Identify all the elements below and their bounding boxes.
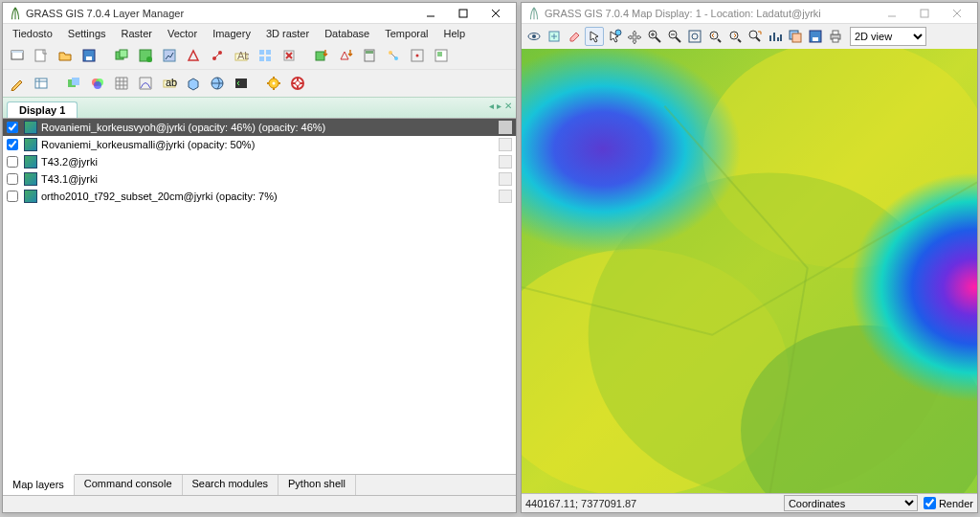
add-rgb-icon[interactable]	[87, 73, 108, 94]
layer-visibility-checkbox[interactable]	[7, 156, 18, 168]
layer-row[interactable]: Rovaniemi_korkeusmalli@jyrki (opacity: 5…	[3, 136, 516, 153]
svg-point-81	[749, 31, 757, 38]
help-lifering-icon[interactable]	[287, 73, 308, 94]
layer-visibility-checkbox[interactable]	[7, 122, 18, 133]
pan-icon[interactable]	[625, 27, 644, 46]
map-canvas[interactable]	[522, 49, 977, 493]
zoom-out-icon[interactable]	[665, 27, 684, 46]
render-map-icon[interactable]	[524, 27, 544, 46]
view-mode-select[interactable]: 2D view	[850, 27, 926, 46]
add-vector-icon[interactable]	[183, 45, 204, 66]
status-mode-select[interactable]: Coordinates	[784, 495, 918, 511]
zoom-last-icon[interactable]	[705, 27, 724, 46]
tab-next-icon[interactable]: ▸	[497, 101, 501, 111]
zoom-next-icon[interactable]	[725, 27, 745, 46]
zoom-menu-icon[interactable]	[746, 27, 765, 46]
maximize-button[interactable]	[908, 4, 941, 23]
settings-gear-icon[interactable]	[263, 73, 284, 94]
georectify-icon[interactable]	[407, 45, 428, 66]
close-button[interactable]	[941, 4, 973, 23]
add-group-icon[interactable]	[255, 45, 276, 66]
minimize-button[interactable]	[414, 4, 447, 23]
tab-prev-icon[interactable]: ◂	[489, 101, 494, 111]
layer-row[interactable]: T43.1@jyrki	[3, 170, 516, 188]
add-wms-icon[interactable]	[207, 73, 228, 94]
tab-python-shell[interactable]: Python shell	[278, 475, 356, 495]
add-command-icon[interactable]	[231, 73, 252, 94]
calculator-icon[interactable]	[359, 45, 380, 66]
elevation-raster	[522, 49, 977, 493]
add-3draster-icon[interactable]	[183, 73, 204, 94]
layer-row[interactable]: Rovaniemi_korkeusvyoh@jyrki (opacity: 46…	[3, 119, 516, 136]
add-multiple-icon[interactable]	[111, 45, 132, 66]
erase-icon[interactable]	[565, 27, 584, 46]
layer-visibility-checkbox[interactable]	[7, 191, 18, 202]
svg-line-82	[756, 37, 760, 41]
md-titlebar[interactable]: GRASS GIS 7.0.4 Map Display: 1 - Locatio…	[522, 3, 977, 24]
layer-row[interactable]: ortho2010_t792_subset_20cm@jyrki (opacit…	[3, 188, 516, 205]
edit-vector-icon[interactable]	[7, 73, 28, 94]
new-workspace-icon[interactable]	[31, 45, 52, 66]
svg-rect-21	[266, 50, 271, 55]
layer-opacity-handle[interactable]	[499, 121, 512, 134]
layer-opacity-handle[interactable]	[499, 155, 512, 169]
zoom-extent-icon[interactable]	[685, 27, 704, 46]
add-raster-misc-icon[interactable]	[159, 45, 180, 66]
layer-opacity-handle[interactable]	[499, 138, 512, 151]
new-display-icon[interactable]	[7, 45, 28, 66]
lm-titlebar[interactable]: GRASS GIS 7.0.4 Layer Manager	[3, 3, 516, 24]
svg-rect-13	[164, 50, 175, 61]
layer-visibility-checkbox[interactable]	[7, 173, 18, 185]
menu-database[interactable]: Database	[317, 26, 377, 41]
layer-opacity-handle[interactable]	[499, 172, 512, 186]
add-geodesic-icon[interactable]	[135, 73, 156, 94]
raster-layer-icon	[24, 138, 37, 151]
print-icon[interactable]	[826, 27, 845, 46]
add-grid-icon[interactable]	[111, 73, 132, 94]
minimize-button[interactable]	[876, 4, 908, 23]
save-display-icon[interactable]	[806, 27, 825, 46]
cartographic-composer-icon[interactable]	[431, 45, 452, 66]
menu-raster[interactable]: Raster	[114, 26, 160, 41]
analyze-icon[interactable]	[766, 27, 785, 46]
open-workspace-icon[interactable]	[55, 45, 76, 66]
redraw-icon[interactable]	[545, 27, 564, 46]
render-checkbox[interactable]: Render	[924, 497, 973, 509]
menu-help[interactable]: Help	[435, 26, 473, 41]
modeler-icon[interactable]	[383, 45, 404, 66]
tab-close-icon[interactable]: ✕	[504, 101, 512, 111]
import-vector-icon[interactable]	[335, 45, 356, 66]
menu-vector[interactable]: Vector	[160, 26, 205, 41]
add-overlay-icon[interactable]: Ab	[231, 45, 252, 66]
tab-map-layers[interactable]: Map layers	[3, 474, 75, 495]
query-icon[interactable]	[605, 27, 624, 46]
overlay-elements-icon[interactable]	[786, 27, 805, 46]
layer-visibility-checkbox[interactable]	[7, 139, 18, 150]
attribute-table-icon[interactable]	[31, 73, 52, 94]
render-checkbox-input[interactable]	[924, 497, 936, 509]
add-various-raster-icon[interactable]	[63, 73, 84, 94]
tab-command-console[interactable]: Command console	[75, 475, 183, 495]
maximize-button[interactable]	[447, 4, 479, 23]
menu-3draster[interactable]: 3D raster	[258, 26, 317, 41]
menu-settings[interactable]: Settings	[60, 26, 114, 41]
close-button[interactable]	[479, 4, 512, 23]
add-vector-misc-icon[interactable]	[207, 45, 228, 66]
zoom-in-icon[interactable]	[645, 27, 664, 46]
menu-file[interactable]: Tiedosto	[5, 26, 60, 41]
raster-layer-icon	[24, 172, 37, 186]
layer-row[interactable]: T43.2@jyrki	[3, 153, 516, 170]
save-workspace-icon[interactable]	[78, 45, 100, 66]
layer-opacity-handle[interactable]	[499, 190, 512, 203]
menu-temporal[interactable]: Temporal	[377, 26, 435, 41]
svg-rect-84	[792, 34, 801, 42]
display-tab[interactable]: Display 1	[7, 101, 78, 118]
add-raster-icon[interactable]	[135, 45, 156, 66]
import-raster-icon[interactable]	[311, 45, 332, 66]
menu-imagery[interactable]: Imagery	[205, 26, 258, 41]
add-labels-icon[interactable]: abc	[159, 73, 180, 94]
pointer-icon[interactable]	[585, 27, 604, 46]
layer-tree[interactable]: Rovaniemi_korkeusvyoh@jyrki (opacity: 46…	[3, 118, 516, 474]
tab-search-modules[interactable]: Search modules	[183, 475, 279, 495]
remove-layer-icon[interactable]	[278, 45, 300, 66]
